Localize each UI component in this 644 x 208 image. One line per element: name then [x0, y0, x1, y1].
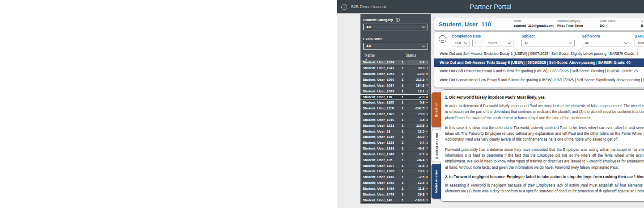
- student-sidebar: Student Category i All Exam State All Na…: [360, 14, 431, 204]
- student-name-title: Student, User_110: [439, 17, 491, 31]
- exam-state-value: All: [366, 44, 371, 48]
- student-row-name: Student, User_1478: [360, 192, 400, 196]
- student-category-select[interactable]: All: [363, 24, 428, 30]
- essay-row[interactable]: Write Out and Self-Assess Evidence Essay…: [434, 50, 644, 58]
- self-score-select[interactable]: All: [582, 40, 630, 46]
- student-row-attempts: 1: [400, 152, 407, 156]
- tab-label: Student Answer: [435, 133, 438, 159]
- sidebar-scrollbar-thumb[interactable]: [428, 60, 430, 95]
- student-row-score: -2.2: [407, 152, 424, 157]
- student-row-name: Student, User_110: [360, 95, 400, 99]
- student-row[interactable]: Student, User_11051-5.9: [360, 100, 431, 106]
- student-row-name: Student, User_1216: [360, 118, 400, 122]
- student-row[interactable]: Student, User_121614.5: [360, 117, 431, 123]
- student-row-name: Student, User_1060: [360, 78, 400, 82]
- student-row[interactable]: Student, User_10641-184.8: [360, 83, 431, 88]
- student-row-attempts: 1: [400, 83, 407, 87]
- top-header-bar: ‹ B2B Demo Account Partner Portal: [337, 0, 644, 13]
- student-row-name: Student, User_1418: [360, 175, 400, 179]
- field-value: student_110@gmail.com: [514, 24, 554, 28]
- student-row[interactable]: Student, User_13381-49.6: [360, 146, 431, 152]
- student-row[interactable]: Student, User_1083119.2: [360, 88, 431, 94]
- student-row[interactable]: Student, User_10511-12.0: [360, 71, 431, 77]
- status-column-header[interactable]: Status: [406, 53, 428, 58]
- field-label: C: [641, 19, 643, 22]
- student-row[interactable]: Student, User_13191-64.9: [360, 134, 431, 140]
- student-field: Emailstudent_110@gmail.com: [514, 17, 554, 28]
- self-score-value: All: [585, 41, 589, 45]
- exam-state-select[interactable]: All: [363, 43, 428, 50]
- barbri-grade-label: BARBRI Grade: [635, 34, 644, 38]
- student-row[interactable]: Student, User_1367111.5: [360, 163, 431, 169]
- completion-date-unit-select[interactable]: Select: [485, 40, 513, 46]
- student-row[interactable]: Student, User_11101-242.5: [360, 106, 431, 112]
- student-row[interactable]: Student, User_132810.4: [360, 140, 431, 146]
- student-row-attempts: 1: [400, 100, 407, 104]
- student-row[interactable]: Student, User_1389118.6: [360, 169, 431, 175]
- back-arrow-icon[interactable]: ←: [439, 35, 446, 43]
- student-row[interactable]: Student, User_1481-163.8: [360, 197, 431, 202]
- exam-state-label: Exam State: [363, 37, 382, 41]
- document-content: 1. Did Funworld falsely imprison Paul? M…: [444, 90, 644, 201]
- student-row-name: Student, User_1319: [360, 135, 400, 139]
- student-row-score: -242.5: [407, 106, 424, 111]
- student-row[interactable]: Student, User_131-13.5: [360, 129, 431, 134]
- student-row[interactable]: Student, User_14661-11.8: [360, 186, 431, 192]
- student-row-name: Student, User_148: [360, 198, 400, 202]
- student-row[interactable]: Student, User_13481-2.2: [360, 152, 431, 158]
- student-row-attempts: 1: [400, 118, 407, 122]
- name-column-header[interactable]: Name: [363, 53, 406, 58]
- student-row[interactable]: Student, User_1161179.8: [360, 112, 431, 117]
- student-row-score: -163.8: [407, 197, 424, 202]
- student-row-name: Student, User_1047: [360, 66, 400, 70]
- student-row[interactable]: Student, User_1452112.4: [360, 180, 431, 186]
- range-value: Last: [455, 41, 461, 45]
- student-row[interactable]: Student, User_14781-29.9: [360, 191, 431, 197]
- answer-paragraph: In this case it is clear that the defend…: [445, 125, 644, 143]
- student-row-score: -7.3: [407, 95, 424, 100]
- chevron-down-icon: [624, 41, 627, 44]
- student-row-attempts: 1: [400, 192, 407, 196]
- student-row-score: -213.5: [407, 77, 424, 83]
- student-field: Student CategoryFirst-Time Taker: [557, 17, 583, 28]
- student-row[interactable]: Student, User_1351-34.4: [360, 157, 431, 163]
- student-row[interactable]: Student, User_10601-213.5: [360, 77, 431, 83]
- student-field: CB: [641, 17, 643, 28]
- student-row-attempts: 1: [400, 89, 407, 93]
- essay-row[interactable]: Write Out Civil Procedure Essay 5 and Su…: [434, 67, 644, 76]
- student-row-name: Student, User_1328: [360, 141, 400, 145]
- student-row[interactable]: Student, User_1047138.9: [360, 66, 431, 71]
- student-row-score: -12.0: [407, 71, 424, 77]
- tab-question[interactable]: Question: [432, 92, 441, 127]
- essay-row[interactable]: Write Out Constitutional Law Essay 5 and…: [434, 76, 644, 85]
- barbri-grade-select[interactable]: Multiple: [635, 40, 644, 46]
- student-row-attempts: 1: [400, 124, 407, 128]
- student-row-attempts: 1: [400, 181, 407, 185]
- student-row-score: 0.4: [407, 140, 424, 146]
- student-field: Exam StateDC: [600, 17, 615, 28]
- field-value: DC: [600, 24, 615, 28]
- student-row-attempts: 1: [400, 158, 407, 162]
- student-row-attempts: 1: [400, 106, 407, 110]
- student-row[interactable]: Student, User_14181-2.5: [360, 175, 431, 180]
- essay-row[interactable]: Write Out and Self-Assess Torts Essay 5 …: [434, 58, 644, 67]
- tab-model-answer[interactable]: Model Answer: [432, 164, 441, 199]
- student-row-attempts: 1: [400, 146, 407, 150]
- answer-paragraph: Funworld potentially has a defense since…: [445, 147, 644, 171]
- student-row-name: Student, User_13: [360, 129, 400, 133]
- student-row-name: Student, User_1367: [360, 164, 400, 168]
- info-icon[interactable]: i: [396, 18, 400, 22]
- field-value: First-Time Taker: [557, 24, 583, 28]
- student-row[interactable]: Student, User_103416.8: [360, 60, 431, 66]
- completion-date-count-input[interactable]: [472, 40, 482, 46]
- student-row[interactable]: Student, User_1101-7.3: [360, 94, 431, 100]
- student-row-score: 4.5: [407, 117, 424, 122]
- student-row-score: -2.5: [407, 175, 424, 180]
- student-row-score: -184.8: [407, 83, 424, 88]
- subject-select[interactable]: All: [521, 40, 575, 46]
- student-row-score: 79.8: [407, 112, 424, 117]
- student-row[interactable]: Student, User_12811115.8: [360, 123, 431, 129]
- completion-date-range-select[interactable]: Last: [452, 40, 470, 46]
- tab-student-answer[interactable]: Student Answer: [432, 129, 441, 162]
- student-row-score: -34.4: [407, 157, 424, 162]
